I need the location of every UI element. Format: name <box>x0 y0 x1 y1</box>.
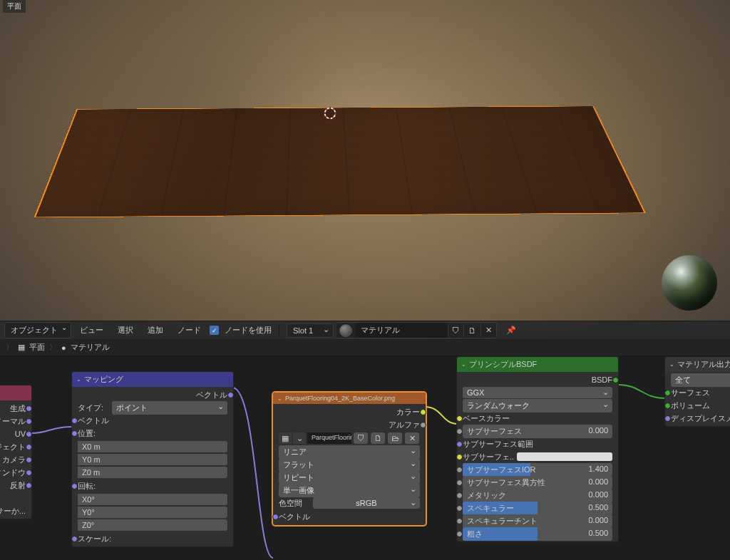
location-y[interactable]: Y0 m <box>78 454 227 465</box>
image-name-field[interactable]: ParquetFlooring0... <box>307 432 351 444</box>
socket-input[interactable] <box>456 479 463 486</box>
socket-input[interactable] <box>456 454 463 460</box>
chevron-down-icon[interactable]: ⌄ <box>461 361 466 368</box>
projection-dropdown[interactable]: フラット <box>279 458 420 472</box>
plane-object[interactable] <box>34 106 646 218</box>
node-mapping[interactable]: ⌄マッピング ベクトル タイプ:ポイント ベクトル 位置: X0 m Y0 m … <box>71 371 234 547</box>
socket-generated[interactable] <box>26 405 32 412</box>
socket-uv[interactable] <box>26 431 32 437</box>
node-image-texture[interactable]: ⌄ParquetFlooring04_2K_BaseColor.png カラー … <box>272 392 426 526</box>
value-slider[interactable]: サブサーフェスIOR1.400 <box>463 463 612 477</box>
use-nodes-label: ノードを使用 <box>225 325 272 336</box>
rotation-x[interactable]: X0° <box>78 494 227 505</box>
socket-camera[interactable] <box>26 457 32 463</box>
socket-input[interactable] <box>456 531 463 537</box>
node-editor-header: オブジェクト ビュー 選択 追加 ノード ✓ ノードを使用 Slot 1 マテリ… <box>0 321 730 339</box>
3d-cursor-icon <box>322 105 338 121</box>
socket-input[interactable] <box>456 415 463 422</box>
socket-vector-out[interactable] <box>227 392 234 398</box>
socket-normal[interactable] <box>26 418 32 425</box>
menu-select[interactable]: 選択 <box>112 323 139 338</box>
crumb-object[interactable]: 平面 <box>29 342 45 353</box>
socket-displacement[interactable] <box>664 415 671 422</box>
socket-input[interactable] <box>456 441 463 447</box>
node-texture-coordinate[interactable]: ⌄座標 生成 ノーマル UV ジェクト カメラ ィンドウ 反射 ✎ サーか... <box>0 385 32 519</box>
socket-color-out[interactable] <box>420 409 426 415</box>
node-title: マテリアル出力 <box>677 359 730 370</box>
socket-input[interactable] <box>456 492 463 499</box>
output-target-dropdown[interactable]: 全て <box>671 373 730 387</box>
pin-button[interactable]: 📌 <box>503 323 520 337</box>
crumb-material[interactable]: マテリアル <box>71 342 110 353</box>
node-title: ParquetFlooring04_2K_BaseColor.png <box>285 395 395 402</box>
unlink-image-button[interactable]: ✕ <box>405 432 419 444</box>
value-slider[interactable]: スペキュラー0.500 <box>463 502 612 515</box>
node-editor[interactable]: ⌄座標 生成 ノーマル UV ジェクト カメラ ィンドウ 反射 ✎ サーか...… <box>0 356 730 560</box>
value-slider[interactable]: サブサーフェス0.000 <box>463 425 612 438</box>
menu-view[interactable]: ビュー <box>74 323 109 338</box>
socket-input[interactable] <box>456 428 463 435</box>
node-title: プリンシプルBSDF <box>469 359 537 370</box>
value-slider[interactable]: サブサーフェス異方性0.000 <box>463 476 612 489</box>
chevron-down-icon[interactable]: ⌄ <box>277 395 282 402</box>
socket-input[interactable] <box>456 467 463 473</box>
socket-window[interactable] <box>26 470 32 476</box>
rotation-z[interactable]: Z0° <box>78 519 227 531</box>
menu-node[interactable]: ノード <box>172 323 207 338</box>
socket-rotation[interactable] <box>71 483 78 489</box>
value-slider[interactable]: 粗さ0.500 <box>463 527 612 541</box>
open-image-button[interactable]: 🗁 <box>388 432 402 444</box>
node-material-output[interactable]: ⌄マテリアル出力 全て サーフェス ボリューム ディスプレイスメント <box>664 356 730 427</box>
material-crumb-icon: ● <box>61 343 66 352</box>
viewport-3d[interactable]: 平面 <box>0 0 730 321</box>
object-label: 平面 <box>3 0 26 13</box>
unlink-material-button[interactable]: ✕ <box>480 323 496 337</box>
value-slider[interactable]: メタリック0.000 <box>463 489 612 502</box>
socket-object[interactable] <box>26 444 32 450</box>
socket-reflection[interactable] <box>26 482 32 489</box>
material-icon <box>339 324 352 337</box>
chevron-down-icon[interactable]: ⌄ <box>76 376 81 383</box>
menu-add[interactable]: 追加 <box>142 323 169 338</box>
value-slider[interactable]: スペキュラーチント0.000 <box>463 514 612 528</box>
source-dropdown[interactable]: 単一画像 <box>279 484 420 497</box>
socket-input[interactable] <box>456 518 463 524</box>
rotation-y[interactable]: Y0° <box>78 507 227 518</box>
location-z[interactable]: Z0 m <box>78 467 227 478</box>
distribution-dropdown[interactable]: GGX <box>463 387 612 398</box>
new-image-button[interactable]: 🗋 <box>371 432 385 444</box>
new-material-button[interactable]: 🗋 <box>463 324 480 337</box>
socket-volume[interactable] <box>664 403 671 409</box>
location-x[interactable]: X0 m <box>78 441 227 452</box>
image-browse-button[interactable]: ⌄ <box>293 432 306 444</box>
material-name-field[interactable]: マテリアル <box>355 323 448 338</box>
mesh-icon: ▦ <box>18 343 25 352</box>
node-principled-bsdf[interactable]: ⌄プリンシプルBSDF BSDF GGX ランダムウォーク ベースカラーサブサー… <box>456 356 619 542</box>
socket-bsdf-out[interactable] <box>612 377 619 383</box>
color-swatch[interactable] <box>517 452 612 461</box>
interpolation-dropdown[interactable]: リニア <box>279 445 420 459</box>
chevron-down-icon[interactable]: ⌄ <box>669 361 674 368</box>
sss-method-dropdown[interactable]: ランダムウォーク <box>463 399 612 413</box>
material-preview-sphere <box>662 255 717 311</box>
socket-location[interactable] <box>71 430 78 437</box>
node-title: マッピング <box>84 374 123 385</box>
mode-dropdown[interactable]: オブジェクト <box>4 322 71 338</box>
socket-alpha-out[interactable] <box>420 422 426 428</box>
socket-surface[interactable] <box>664 390 671 396</box>
fake-user-button[interactable]: ⛉ <box>448 324 463 337</box>
breadcrumb: 〉 ▦ 平面 〉 ● マテリアル <box>0 339 730 356</box>
image-thumb-icon[interactable]: ▦ <box>279 432 292 444</box>
socket-vector-in[interactable] <box>71 418 78 424</box>
extension-dropdown[interactable]: リピート <box>279 471 420 484</box>
material-selector[interactable]: マテリアル ⛉ 🗋 ✕ <box>336 322 497 338</box>
use-nodes-checkbox[interactable]: ✓ <box>210 326 219 335</box>
colorspace-dropdown[interactable]: sRGB <box>313 497 420 509</box>
socket-input[interactable] <box>456 505 463 512</box>
socket-scale[interactable] <box>71 536 78 542</box>
mapping-type-dropdown[interactable]: ポイント <box>112 401 227 415</box>
material-slot-dropdown[interactable]: Slot 1 <box>287 323 334 338</box>
fake-user-icon[interactable]: ⛉ <box>354 432 368 444</box>
socket-vector-in[interactable] <box>272 514 279 520</box>
